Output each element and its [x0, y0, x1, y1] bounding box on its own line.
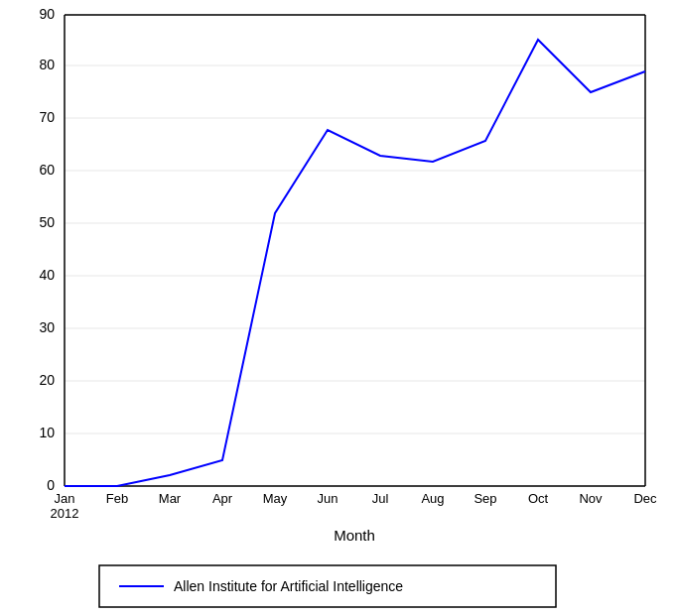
y-label-50: 50 [39, 214, 55, 230]
chart-container: 0 10 20 30 40 50 60 70 80 90 Jan 2012 Fe… [0, 0, 677, 616]
x-label-oct: Oct [528, 491, 549, 506]
y-label-80: 80 [39, 57, 55, 72]
y-label-10: 10 [39, 425, 55, 440]
x-label-dec: Dec [633, 491, 657, 506]
x-label-2012: 2012 [51, 506, 79, 521]
x-label-may: May [263, 491, 288, 506]
x-label-nov: Nov [579, 491, 603, 506]
x-label-aug: Aug [421, 491, 444, 506]
y-label-30: 30 [39, 319, 55, 335]
x-label-jan: Jan [55, 491, 75, 506]
y-label-70: 70 [39, 109, 55, 125]
y-label-60: 60 [39, 162, 55, 178]
y-label-90: 90 [39, 6, 55, 22]
x-label-sep: Sep [474, 491, 496, 506]
x-label-feb: Feb [106, 491, 128, 506]
svg-rect-0 [0, 0, 677, 616]
y-label-40: 40 [39, 267, 55, 283]
x-axis-title: Month [334, 527, 375, 544]
x-label-mar: Mar [159, 491, 182, 506]
x-label-jun: Jun [318, 491, 338, 506]
legend-label: Allen Institute for Artificial Intellige… [174, 578, 403, 594]
x-label-apr: Apr [212, 491, 233, 506]
y-label-20: 20 [39, 372, 55, 388]
x-label-jul: Jul [372, 491, 389, 506]
